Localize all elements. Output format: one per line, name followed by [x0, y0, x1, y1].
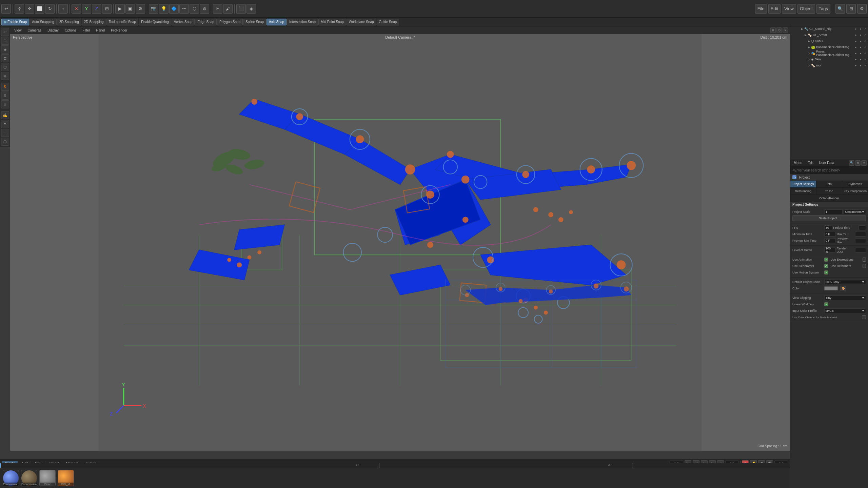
left-tool-6[interactable]: ⊛: [1, 72, 9, 80]
material-floor[interactable]: Floor: [39, 470, 56, 486]
tab-project-settings[interactable]: Project Settings: [790, 181, 816, 187]
axis-snap-btn[interactable]: Axis Snap: [267, 19, 287, 25]
search-icon2[interactable]: 🔍: [835, 4, 845, 14]
linear-wf-check[interactable]: ✓: [824, 302, 828, 306]
use-expr-check[interactable]: [863, 258, 866, 262]
coord-icon[interactable]: ⊞: [102, 4, 112, 14]
enable-quantizing-btn[interactable]: Enable Quantizing: [139, 19, 171, 25]
vp-icon-1[interactable]: ⊞: [770, 27, 776, 33]
layout2-icon[interactable]: ⊞: [846, 4, 856, 14]
scene-canvas[interactable]: X Y Z: [10, 34, 790, 451]
deform-icon[interactable]: ⬡: [190, 4, 199, 14]
guide-snap-btn[interactable]: Guide Snap: [377, 19, 399, 25]
snap2-icon[interactable]: ◈: [246, 4, 256, 14]
left-tool-7[interactable]: $: [1, 83, 9, 91]
tab-key-interp[interactable]: Key Interpolation: [842, 188, 868, 195]
vertex-snap-btn[interactable]: Vertex Snap: [172, 19, 195, 25]
left-tool-3[interactable]: ◈: [1, 45, 9, 54]
menu-tags[interactable]: Tags: [816, 4, 830, 14]
input-color-dropdown[interactable]: sRGB ▼: [824, 308, 866, 313]
tree-item-subd[interactable]: ▶ ⬡ SubD ●●✓: [790, 38, 868, 44]
spline-icon[interactable]: 〜: [179, 4, 189, 14]
menu-edit[interactable]: Edit: [768, 4, 781, 14]
left-tool-13[interactable]: ⬡: [1, 138, 9, 146]
max-time-value[interactable]: [855, 232, 866, 237]
use-deform-check[interactable]: [863, 264, 866, 268]
3d-snapping-btn[interactable]: 3D Snapping: [57, 19, 81, 25]
left-tool-1[interactable]: ↩: [1, 28, 9, 36]
field-icon[interactable]: ⊚: [200, 4, 209, 14]
tree-item-armot[interactable]: ▶ 🦴 GF_Armot ●●✓: [790, 32, 868, 38]
left-tool-12[interactable]: ⊹: [1, 129, 9, 137]
prop-search-bar[interactable]: [790, 167, 868, 174]
tab-info[interactable]: Info: [816, 181, 843, 187]
vp-cameras-btn[interactable]: Cameras: [26, 28, 44, 33]
material-panamanian2[interactable]: Panamanian...: [21, 470, 37, 486]
rotate-icon[interactable]: ↻: [45, 4, 55, 14]
tree-item-skin[interactable]: ▷ ◈ Skin ●●✓: [790, 56, 868, 62]
scale-project-btn[interactable]: Scale Project...: [792, 215, 866, 221]
enable-snap-btn[interactable]: Enable Snap: [1, 19, 29, 25]
polygon-snap-btn[interactable]: Polygon Snap: [217, 19, 243, 25]
use-anim-check[interactable]: ✓: [824, 258, 828, 262]
menu-view[interactable]: View: [782, 4, 796, 14]
spline-snap-btn[interactable]: Spline Snap: [243, 19, 266, 25]
view-clip-dropdown[interactable]: Tiny ▼: [824, 296, 866, 300]
left-tool-10[interactable]: ✍: [1, 111, 9, 119]
prop-scale-unit[interactable]: Centimeters ▼: [844, 209, 866, 214]
use-motion-check[interactable]: ✓: [824, 270, 828, 274]
knife-icon[interactable]: ✂: [213, 4, 222, 14]
fps-value[interactable]: 30: [824, 225, 832, 230]
menu-file[interactable]: File: [755, 4, 767, 14]
project-time-value[interactable]: [859, 225, 866, 230]
tree-item-poses[interactable]: ▷ 🎭 Poses: PanamanianGoldenFrog ●●✓: [790, 50, 868, 56]
layout-icon[interactable]: ⬛: [236, 4, 246, 14]
prev-min-value[interactable]: 0 F: [824, 238, 835, 243]
vp-view-btn[interactable]: View: [12, 28, 24, 33]
left-tool-11[interactable]: ≡: [1, 120, 9, 128]
prop-scale-value[interactable]: 1: [824, 209, 843, 214]
tree-item-control-rig[interactable]: ▶ 🔧 GF_Control_Rig ●●✓: [790, 26, 868, 32]
tab-dynamics[interactable]: Dynamics: [842, 181, 868, 187]
vp-display-btn[interactable]: Display: [45, 28, 61, 33]
use-gen-check[interactable]: ✓: [824, 264, 828, 268]
tab-todo[interactable]: To Do: [816, 188, 843, 195]
user-data-btn[interactable]: User Data: [817, 160, 836, 165]
y-axis-icon[interactable]: Y: [82, 4, 91, 14]
tool-snap-btn[interactable]: Tool specific Snap: [106, 19, 139, 25]
material-panamanian1[interactable]: Panamanian...: [3, 470, 19, 486]
x-axis-icon[interactable]: ✕: [72, 4, 81, 14]
edit-btn[interactable]: Edit: [806, 160, 815, 165]
vp-panel-btn[interactable]: Panel: [94, 28, 107, 33]
render-icon[interactable]: ▶: [115, 4, 125, 14]
vp-options-btn[interactable]: Options: [63, 28, 78, 33]
2d-snapping-btn[interactable]: 2D Snapping: [82, 19, 106, 25]
prop-icon2[interactable]: ✕: [861, 160, 867, 166]
left-tool-5[interactable]: ⬡: [1, 63, 9, 71]
lod-value[interactable]: 100 %: [824, 248, 835, 252]
tree-item-golden-frog[interactable]: ▶ 🐸 PanamanianGoldenFrog ●●✓: [790, 44, 868, 50]
left-tool-4[interactable]: ⊡: [1, 54, 9, 62]
color-picker-icon[interactable]: 🎨: [841, 286, 846, 291]
camera-icon[interactable]: 📷: [149, 4, 158, 14]
min-time-value[interactable]: 0 F: [824, 232, 835, 237]
vp-prorender-btn[interactable]: ProRender: [109, 28, 129, 33]
vp-icon-3[interactable]: ✕: [783, 27, 788, 33]
vp-filter-btn[interactable]: Filter: [80, 28, 92, 33]
add-icon[interactable]: ＋: [58, 4, 68, 14]
scale-icon[interactable]: ⬜: [35, 4, 44, 14]
render-settings-icon[interactable]: ⚙: [136, 4, 145, 14]
left-tool-9[interactable]: $: [1, 100, 9, 108]
workplane-snap-btn[interactable]: Workplane Snap: [347, 19, 376, 25]
tab-octane[interactable]: OctaneRender: [790, 195, 868, 202]
left-tool-2[interactable]: ⊞: [1, 37, 9, 45]
prefs-icon[interactable]: ⚙: [857, 4, 867, 14]
auto-snapping-btn[interactable]: Auto Snapping: [29, 19, 57, 25]
midpoint-snap-btn[interactable]: Mid Point Snap: [318, 19, 346, 25]
render-region-icon[interactable]: ▣: [125, 4, 135, 14]
color-swatch[interactable]: [824, 286, 838, 290]
undo-icon[interactable]: ↩: [1, 4, 11, 14]
vp-icon-2[interactable]: ⬡: [776, 27, 782, 33]
mode-btn[interactable]: Mode: [792, 160, 804, 165]
z-axis-icon[interactable]: Z: [92, 4, 101, 14]
